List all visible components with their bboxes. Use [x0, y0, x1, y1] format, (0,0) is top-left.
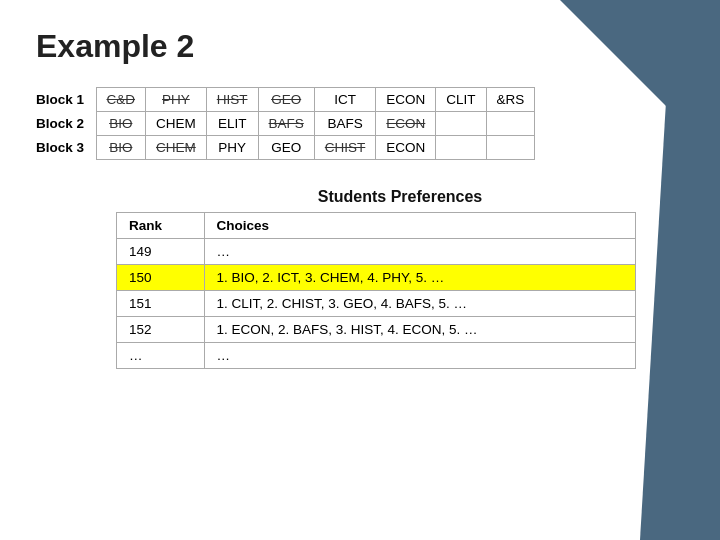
- strikethrough-text: ECON: [386, 116, 425, 131]
- block-cell: CLIT: [436, 88, 486, 112]
- rank-cell: 150: [117, 265, 205, 291]
- pref-row: 1501. BIO, 2. ICT, 3. CHEM, 4. PHY, 5. …: [117, 265, 636, 291]
- strikethrough-text: BIO: [109, 140, 132, 155]
- pref-row: 1521. ECON, 2. BAFS, 3. HIST, 4. ECON, 5…: [117, 317, 636, 343]
- pref-row: ……: [117, 343, 636, 369]
- block-cell: PHY: [146, 88, 207, 112]
- preferences-title: Students Preferences: [116, 188, 684, 206]
- rank-cell: …: [117, 343, 205, 369]
- preferences-table: Rank Choices 149…1501. BIO, 2. ICT, 3. C…: [116, 212, 636, 369]
- block-label: Block 1: [36, 88, 96, 112]
- block-cell: HIST: [206, 88, 258, 112]
- block-label: Block 3: [36, 136, 96, 160]
- block-cell: [486, 112, 535, 136]
- page-title: Example 2: [36, 28, 684, 65]
- main-content: Example 2 Block 1C&DPHYHISTGEOICTECONCLI…: [0, 0, 720, 389]
- choices-cell: …: [204, 343, 636, 369]
- block-cell: ECON: [376, 88, 436, 112]
- block-table: Block 1C&DPHYHISTGEOICTECONCLIT&RSBlock …: [36, 87, 535, 160]
- block-cell: BIO: [96, 136, 146, 160]
- block-cell: ECON: [376, 136, 436, 160]
- block-cell: [486, 136, 535, 160]
- pref-row: 1511. CLIT, 2. CHIST, 3. GEO, 4. BAFS, 5…: [117, 291, 636, 317]
- block-cell: BIO: [96, 112, 146, 136]
- block-cell: [436, 112, 486, 136]
- strikethrough-text: HIST: [217, 92, 248, 107]
- choices-cell: …: [204, 239, 636, 265]
- strikethrough-text: GEO: [271, 92, 301, 107]
- table-row: Block 3BIOCHEMPHYGEOCHISTECON: [36, 136, 535, 160]
- block-label: Block 2: [36, 112, 96, 136]
- block-cell: GEO: [258, 136, 314, 160]
- choices-cell: 1. ECON, 2. BAFS, 3. HIST, 4. ECON, 5. …: [204, 317, 636, 343]
- col-choices: Choices: [204, 213, 636, 239]
- pref-row: 149…: [117, 239, 636, 265]
- rank-cell: 149: [117, 239, 205, 265]
- block-cell: CHIST: [314, 136, 376, 160]
- page: Example 2 Block 1C&DPHYHISTGEOICTECONCLI…: [0, 0, 720, 540]
- rank-cell: 151: [117, 291, 205, 317]
- block-cell: CHEM: [146, 136, 207, 160]
- block-cell: PHY: [206, 136, 258, 160]
- choices-cell: 1. CLIT, 2. CHIST, 3. GEO, 4. BAFS, 5. …: [204, 291, 636, 317]
- block-cell: C&D: [96, 88, 146, 112]
- choices-cell: 1. BIO, 2. ICT, 3. CHEM, 4. PHY, 5. …: [204, 265, 636, 291]
- strikethrough-text: BAFS: [269, 116, 304, 131]
- strikethrough-text: C&D: [107, 92, 136, 107]
- block-cell: BAFS: [314, 112, 376, 136]
- strikethrough-text: CHEM: [156, 140, 196, 155]
- strikethrough-text: CHIST: [325, 140, 366, 155]
- col-rank: Rank: [117, 213, 205, 239]
- strikethrough-text: PHY: [162, 92, 190, 107]
- table-row: Block 1C&DPHYHISTGEOICTECONCLIT&RS: [36, 88, 535, 112]
- rank-cell: 152: [117, 317, 205, 343]
- block-cell: ECON: [376, 112, 436, 136]
- block-cell: &RS: [486, 88, 535, 112]
- strikethrough-text: BIO: [109, 116, 132, 131]
- block-cell: BAFS: [258, 112, 314, 136]
- block-cell: GEO: [258, 88, 314, 112]
- table-row: Block 2BIOCHEMELITBAFSBAFSECON: [36, 112, 535, 136]
- preferences-section: Students Preferences Rank Choices 149…15…: [116, 188, 684, 369]
- block-cell: ELIT: [206, 112, 258, 136]
- block-cell: ICT: [314, 88, 376, 112]
- block-cell: CHEM: [146, 112, 207, 136]
- block-cell: [436, 136, 486, 160]
